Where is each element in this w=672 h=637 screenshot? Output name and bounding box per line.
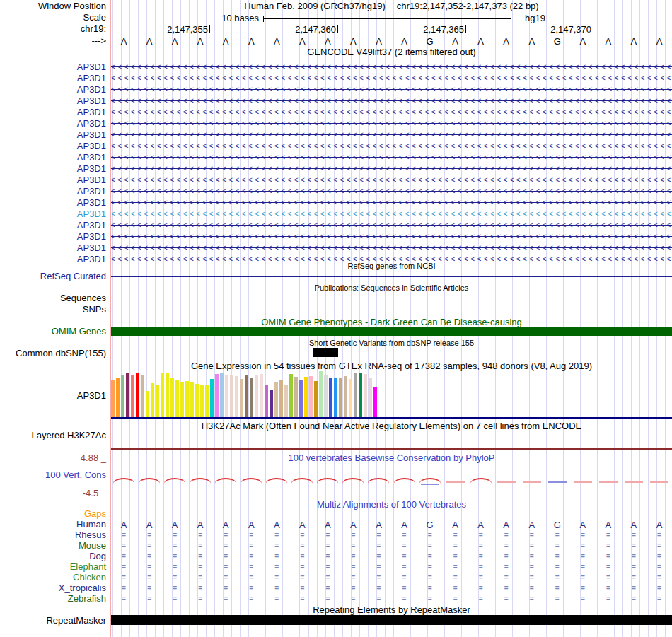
dbsnp-variant-box[interactable]	[313, 348, 338, 357]
gene-transcript-row[interactable]: <<<<<<<<<<<<<<<<<<<<<<<<<<<<<<<<<<<<<<<<…	[111, 96, 672, 105]
gene-label[interactable]: AP3D1	[0, 255, 106, 264]
gtex-bar[interactable]	[190, 382, 194, 417]
gtex-bar[interactable]	[161, 373, 164, 417]
gene-transcript-row[interactable]: <<<<<<<<<<<<<<<<<<<<<<<<<<<<<<<<<<<<<<<<…	[111, 221, 672, 230]
gtex-bar[interactable]	[373, 387, 377, 417]
gtex-bar[interactable]	[225, 375, 228, 417]
gtex-bar[interactable]	[175, 380, 179, 417]
common-dbsnp-label[interactable]: Common dbSNP(155)	[0, 349, 106, 358]
species-label-human[interactable]: Human	[0, 520, 106, 529]
gene-transcript-row[interactable]: <<<<<<<<<<<<<<<<<<<<<<<<<<<<<<<<<<<<<<<<…	[111, 243, 672, 252]
gtex-bar[interactable]	[265, 385, 268, 417]
gtex-bar[interactable]	[146, 391, 149, 417]
gene-label[interactable]: AP3D1	[0, 153, 106, 162]
gtex-bar[interactable]	[240, 379, 243, 417]
gene-label[interactable]: AP3D1	[0, 209, 106, 218]
gene-label[interactable]: AP3D1	[0, 175, 106, 185]
gtex-bar[interactable]	[220, 373, 224, 417]
species-label-mouse[interactable]: Mouse	[0, 541, 106, 550]
gtex-bar[interactable]	[136, 373, 139, 417]
omim-genes-label[interactable]: OMIM Genes	[0, 327, 106, 336]
refseq-transcript-line[interactable]	[111, 276, 672, 277]
gtex-bar[interactable]	[274, 382, 278, 417]
cons-track-label[interactable]: 100 Vert. Cons	[0, 470, 106, 479]
gtex-bar[interactable]	[116, 378, 120, 417]
gtex-bar[interactable]	[111, 380, 115, 417]
gene-label[interactable]: AP3D1	[0, 130, 106, 139]
gtex-bar[interactable]	[354, 373, 357, 417]
gtex-bar[interactable]	[304, 377, 308, 417]
gene-label[interactable]: AP3D1	[0, 85, 106, 94]
gene-label[interactable]: AP3D1	[0, 119, 106, 128]
gtex-bar[interactable]	[324, 375, 328, 417]
gtex-bar[interactable]	[359, 373, 362, 417]
sequences-label[interactable]: Sequences	[0, 293, 106, 303]
gtex-bar[interactable]	[334, 378, 337, 417]
refseq-curated-label[interactable]: RefSeq Curated	[0, 271, 106, 281]
gtex-bar[interactable]	[309, 376, 313, 417]
gtex-bar[interactable]	[205, 385, 209, 417]
gtex-bar[interactable]	[121, 375, 124, 417]
gtex-bar[interactable]	[215, 374, 219, 417]
gene-label[interactable]: AP3D1	[0, 141, 106, 151]
gtex-bar[interactable]	[339, 378, 342, 417]
omim-gene-bar[interactable]	[111, 327, 672, 336]
gtex-bar[interactable]	[294, 377, 298, 417]
gtex-bar[interactable]	[170, 378, 174, 417]
gene-transcript-row[interactable]: <<<<<<<<<<<<<<<<<<<<<<<<<<<<<<<<<<<<<<<<…	[111, 62, 672, 71]
gene-label[interactable]: AP3D1	[0, 164, 106, 173]
repeatmasker-bar[interactable]	[111, 615, 672, 625]
species-label-x_tropicalis[interactable]: X_tropicalis	[0, 583, 106, 592]
repeatmasker-label[interactable]: RepeatMasker	[0, 616, 106, 625]
species-label-gaps[interactable]: Gaps	[0, 509, 106, 518]
gtex-bar[interactable]	[131, 375, 134, 417]
gtex-bar[interactable]	[255, 375, 258, 417]
gtex-bar[interactable]	[235, 376, 238, 417]
gtex-bar[interactable]	[299, 380, 303, 417]
gene-label[interactable]: AP3D1	[0, 243, 106, 252]
gtex-bar[interactable]	[185, 381, 189, 417]
gene-transcript-row[interactable]: <<<<<<<<<<<<<<<<<<<<<<<<<<<<<<<<<<<<<<<<…	[111, 85, 672, 94]
gtex-bar[interactable]	[329, 378, 332, 417]
gtex-bar[interactable]	[166, 373, 169, 417]
gene-label[interactable]: AP3D1	[0, 62, 106, 71]
species-label-dog[interactable]: Dog	[0, 551, 106, 561]
gtex-bar[interactable]	[141, 375, 144, 417]
snps-label[interactable]: SNPs	[0, 305, 106, 314]
gene-label[interactable]: AP3D1	[0, 187, 106, 196]
gtex-bar[interactable]	[314, 381, 318, 417]
gene-transcript-row[interactable]: <<<<<<<<<<<<<<<<<<<<<<<<<<<<<<<<<<<<<<<<…	[111, 74, 672, 83]
species-label-chicken[interactable]: Chicken	[0, 573, 106, 582]
gtex-bar[interactable]	[230, 375, 233, 417]
gtex-bar[interactable]	[344, 376, 347, 417]
gene-transcript-row[interactable]: <<<<<<<<<<<<<<<<<<<<<<<<<<<<<<<<<<<<<<<<…	[111, 209, 672, 218]
gene-transcript-row[interactable]: <<<<<<<<<<<<<<<<<<<<<<<<<<<<<<<<<<<<<<<<…	[111, 107, 672, 117]
gtex-bar[interactable]	[245, 375, 248, 417]
gene-transcript-row[interactable]: <<<<<<<<<<<<<<<<<<<<<<<<<<<<<<<<<<<<<<<<…	[111, 175, 672, 185]
gtex-bar[interactable]	[284, 385, 288, 417]
gtex-bar[interactable]	[126, 373, 129, 417]
species-label-rhesus[interactable]: Rhesus	[0, 530, 106, 539]
gene-label[interactable]: AP3D1	[0, 74, 106, 83]
gene-transcript-row[interactable]: <<<<<<<<<<<<<<<<<<<<<<<<<<<<<<<<<<<<<<<<…	[111, 153, 672, 162]
gtex-bar[interactable]	[151, 383, 154, 417]
species-label-elephant[interactable]: Elephant	[0, 562, 106, 571]
gtex-bar[interactable]	[364, 374, 367, 417]
gene-label[interactable]: AP3D1	[0, 221, 106, 230]
gtex-bar[interactable]	[210, 379, 214, 417]
gene-transcript-row[interactable]: <<<<<<<<<<<<<<<<<<<<<<<<<<<<<<<<<<<<<<<<…	[111, 130, 672, 139]
gene-label[interactable]: AP3D1	[0, 107, 106, 117]
gtex-bar[interactable]	[270, 390, 273, 417]
gene-transcript-row[interactable]: <<<<<<<<<<<<<<<<<<<<<<<<<<<<<<<<<<<<<<<<…	[111, 187, 672, 196]
gtex-bar[interactable]	[195, 384, 199, 417]
gtex-bar[interactable]	[319, 371, 323, 417]
gtex-bar[interactable]	[289, 374, 293, 417]
gene-label[interactable]: AP3D1	[0, 232, 106, 241]
species-label-zebrafish[interactable]: Zebrafish	[0, 594, 106, 603]
gene-transcript-row[interactable]: <<<<<<<<<<<<<<<<<<<<<<<<<<<<<<<<<<<<<<<<…	[111, 119, 672, 128]
layered-h3k27ac-label[interactable]: Layered H3K27Ac	[0, 431, 106, 440]
gene-transcript-row[interactable]: <<<<<<<<<<<<<<<<<<<<<<<<<<<<<<<<<<<<<<<<…	[111, 141, 672, 151]
gtex-bar[interactable]	[250, 378, 253, 417]
gtex-bar[interactable]	[156, 385, 159, 417]
gene-label[interactable]: AP3D1	[0, 96, 106, 105]
